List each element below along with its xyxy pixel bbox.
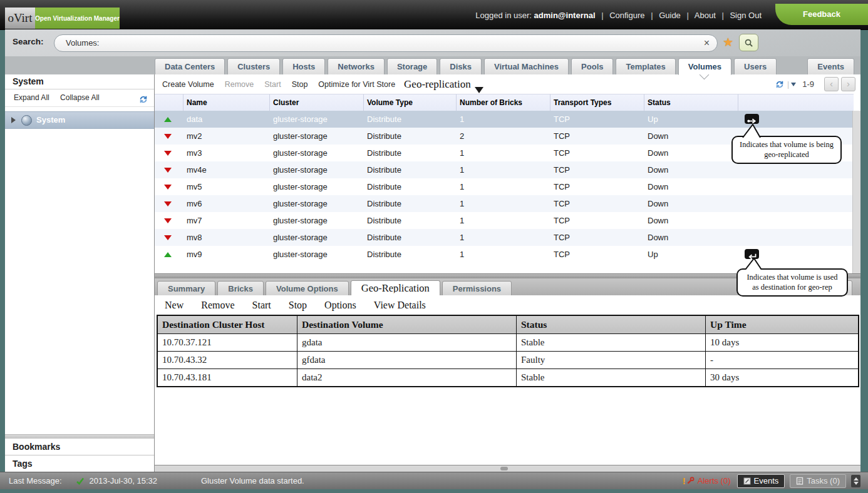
tasks-icon (796, 477, 803, 485)
alert-exclamation-icon: ! (683, 472, 686, 489)
bookmark-star-icon[interactable]: ★ (723, 35, 733, 49)
detail-horizontal-scrollbar[interactable] (155, 465, 860, 472)
table-row[interactable]: mv7 gluster-storage Distribute 1 TCP Dow… (155, 212, 854, 229)
sidebar-accordions: Bookmarks Tags (5, 434, 154, 472)
tab-pools[interactable]: Pools (571, 58, 613, 75)
volume-transport: TCP (550, 195, 644, 212)
events-button[interactable]: Events (737, 474, 785, 488)
georep-view-details-button[interactable]: View Details (374, 300, 426, 311)
ovirt-app: oVirt Open Virtualization Manager Logged… (0, 0, 868, 493)
column-destination-cluster-host[interactable]: Destination Cluster Host (158, 316, 297, 333)
tab-data-centers[interactable]: Data Centers (155, 58, 225, 75)
status-icon-column[interactable] (155, 94, 183, 111)
column-name[interactable]: Name (183, 94, 270, 111)
tab-disks[interactable]: Disks (440, 58, 482, 75)
volume-transport: TCP (550, 229, 644, 246)
column-number-of-bricks[interactable]: Number of Bricks (457, 94, 550, 111)
volume-cluster: gluster-storage (270, 229, 364, 246)
volume-status: Down (644, 195, 738, 212)
feedback-button[interactable]: Feedback (775, 4, 868, 25)
search-bar: Search: Volumes: × ★ (5, 29, 860, 56)
column-status[interactable]: Status (644, 94, 738, 111)
main-tab-bar: Data CentersClustersHostsNetworksStorage… (5, 56, 860, 74)
refresh-rate-caret-icon[interactable] (791, 83, 796, 86)
column-destination-volume[interactable]: Destination Volume (297, 316, 516, 333)
volume-type: Distribute (364, 178, 457, 195)
tab-volumes[interactable]: Volumes (678, 58, 731, 75)
tab-networks[interactable]: Networks (328, 58, 385, 75)
tab-virtual-machines[interactable]: Virtual Machines (484, 58, 569, 75)
volume-bricks: 1 (457, 229, 550, 246)
georep-row[interactable]: 10.70.43.32 gfdata Faulty - (158, 351, 858, 368)
tab-storage[interactable]: Storage (387, 58, 437, 75)
grid-refresh-icon[interactable] (775, 80, 784, 89)
volumes-toolbar: Create Volume Remove Start Stop Optimize… (155, 74, 860, 94)
column-cluster[interactable]: Cluster (270, 94, 364, 111)
subtab-bricks[interactable]: Bricks (217, 281, 264, 297)
create-volume-button[interactable]: Create Volume (162, 80, 214, 89)
georep-options-button[interactable]: Options (324, 300, 356, 311)
tab-users[interactable]: Users (734, 58, 777, 75)
guide-link[interactable]: Guide (659, 11, 681, 20)
table-row[interactable]: mv5 gluster-storage Distribute 1 TCP Dow… (155, 178, 854, 195)
stop-button[interactable]: Stop (292, 80, 308, 89)
tags-section-header[interactable]: Tags (5, 455, 154, 472)
expand-all-button[interactable]: Expand All (14, 93, 49, 102)
subtab-summary[interactable]: Summary (157, 281, 215, 297)
georep-remove-button[interactable]: Remove (201, 300, 234, 311)
column-volume-type[interactable]: Volume Type (364, 94, 457, 111)
sign-out-link[interactable]: Sign Out (730, 11, 762, 20)
column-up-time[interactable]: Up Time (705, 316, 858, 333)
volume-type: Distribute (364, 145, 457, 161)
geo-replication-menu[interactable]: Geo-replication New (404, 78, 483, 91)
collapse-all-button[interactable]: Collapse All (60, 93, 100, 102)
search-button[interactable] (739, 34, 758, 51)
search-input[interactable]: Volumes: × (54, 34, 718, 52)
toolbar-divider: | (787, 80, 789, 89)
subtab-geo-replication[interactable]: Geo-Replication (351, 280, 440, 297)
georep-row[interactable]: 10.70.37.121 gdata Stable 10 days (158, 333, 858, 351)
subtab-volume-options[interactable]: Volume Options (266, 281, 349, 297)
grid-vertical-scrollbar[interactable] (852, 111, 860, 273)
volume-transport: TCP (550, 246, 644, 263)
tab-hosts[interactable]: Hosts (282, 58, 325, 75)
grid-pagination-controls: | 1-9 ‹ › (775, 74, 855, 94)
tab-events[interactable]: Events (807, 58, 854, 75)
georep-new-button[interactable]: New (165, 300, 183, 311)
tree-expander-icon[interactable] (11, 117, 16, 123)
globe-icon (21, 115, 32, 126)
alerts-button[interactable]: ! Alerts (0) (683, 472, 731, 489)
column-georep-status[interactable]: Status (516, 316, 705, 333)
georep-start-button[interactable]: Start (252, 300, 271, 311)
next-page-button[interactable]: › (841, 77, 855, 91)
volumes-table-header: Name Cluster Volume Type Number of Brick… (155, 94, 854, 112)
tree-refresh-icon[interactable] (139, 93, 148, 110)
separator: | (721, 11, 723, 20)
volume-type: Distribute (364, 195, 457, 212)
table-row[interactable]: mv4e gluster-storage Distribute 1 TCP Do… (155, 161, 854, 178)
events-icon (743, 477, 751, 485)
search-label: Search: (13, 37, 44, 46)
column-transport-types[interactable]: Transport Types (550, 94, 644, 111)
volume-down-icon (164, 201, 172, 206)
bookmarks-section-header[interactable]: Bookmarks (5, 438, 154, 455)
tab-templates[interactable]: Templates (616, 58, 675, 75)
statusbar-expand-control[interactable] (851, 475, 860, 487)
subtab-permissions[interactable]: Permissions (442, 281, 512, 297)
optimize-button[interactable]: Optimize for Virt Store (318, 80, 395, 89)
scrollbar-thumb[interactable] (500, 467, 508, 470)
georep-row[interactable]: 10.70.43.181 data2 Stable 30 days (158, 368, 858, 386)
tab-clusters[interactable]: Clusters (227, 58, 280, 75)
table-row[interactable]: mv6 gluster-storage Distribute 1 TCP Dow… (155, 195, 854, 212)
status-bar: Last Message: 2013-Jul-30, 15:32 Gluster… (0, 472, 868, 489)
remove-button[interactable]: Remove (225, 80, 254, 89)
table-row[interactable]: mv8 gluster-storage Distribute 1 TCP Dow… (155, 229, 854, 246)
georep-stop-button[interactable]: Stop (289, 300, 307, 311)
tasks-button[interactable]: Tasks (0) (790, 474, 846, 488)
tree-item-system[interactable]: System (5, 111, 154, 129)
start-button[interactable]: Start (264, 80, 281, 89)
configure-link[interactable]: Configure (609, 11, 644, 20)
about-link[interactable]: About (695, 11, 716, 20)
prev-page-button[interactable]: ‹ (824, 77, 839, 91)
clear-search-icon[interactable]: × (704, 35, 710, 51)
